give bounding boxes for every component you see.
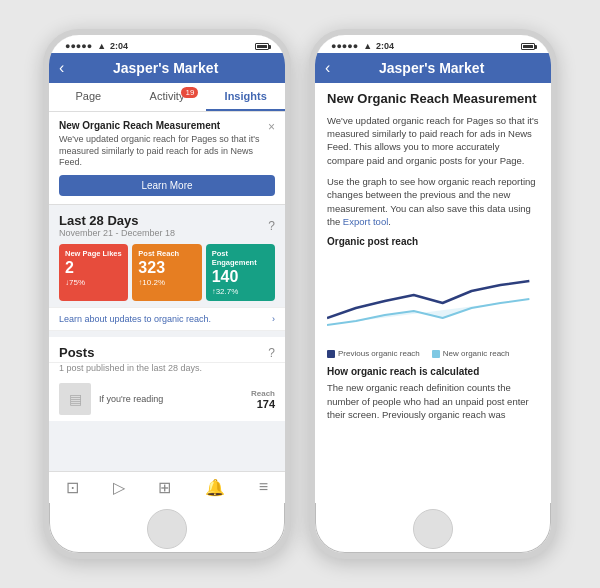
last28-help-icon[interactable]: ?: [268, 219, 275, 233]
stat-value-engagement: 140: [212, 269, 269, 285]
learn-more-button[interactable]: Learn More: [59, 175, 275, 196]
post-thumbnail: ▤: [59, 383, 91, 415]
tabs-row: Page Activity 19 Insights: [49, 83, 285, 112]
posts-section: Posts ? 1 post published in the last 28 …: [49, 337, 285, 421]
right-status-right: [521, 43, 535, 50]
stat-label-engagement: Post Engagement: [212, 249, 269, 267]
detail-title: New Organic Reach Measurement: [327, 91, 539, 108]
posts-title: Posts: [59, 345, 94, 360]
left-status-left: ●●●●● ▲ 2:04: [65, 41, 128, 51]
legend-dot-dark: [327, 350, 335, 358]
right-wifi-icon: ▲: [363, 41, 372, 51]
stat-card-reach: Post Reach 323 ↑10.2%: [132, 244, 201, 301]
left-phone-content: New Organic Reach Measurement We've upda…: [49, 112, 285, 471]
detail-para2: Use the graph to see how organic reach r…: [327, 175, 539, 228]
close-icon[interactable]: ×: [268, 120, 275, 134]
stat-change-likes: ↓75%: [65, 278, 122, 287]
nav-icon-grid[interactable]: ⊞: [158, 478, 171, 497]
nav-icon-menu[interactable]: ≡: [259, 478, 268, 497]
right-phone: ●●●●● ▲ 2:04 ‹ Jasper's Market New Organ…: [309, 29, 557, 559]
export-link[interactable]: Export tool: [343, 216, 388, 227]
stat-change-reach: ↑10.2%: [138, 278, 195, 287]
stat-card-likes: New Page Likes 2 ↓75%: [59, 244, 128, 301]
stat-label-reach: Post Reach: [138, 249, 195, 258]
legend-label-previous: Previous organic reach: [338, 349, 420, 358]
nav-icon-bell[interactable]: 🔔: [205, 478, 225, 497]
battery-fill: [257, 45, 267, 48]
stat-value-reach: 323: [138, 260, 195, 276]
legend-previous: Previous organic reach: [327, 349, 420, 358]
left-nav-header: ‹ Jasper's Market: [49, 53, 285, 83]
chevron-right-icon: ›: [272, 314, 275, 324]
how-text: The new organic reach definition counts …: [327, 381, 539, 421]
status-time: 2:04: [110, 41, 128, 51]
battery-icon: [255, 43, 269, 50]
legend-label-new: New organic reach: [443, 349, 510, 358]
activity-badge: 19: [181, 87, 198, 98]
last28-header: Last 28 Days November 21 - December 18 ?: [49, 205, 285, 240]
posts-subtitle: 1 post published in the last 28 days.: [49, 363, 285, 377]
left-phone: ●●●●● ▲ 2:04 ‹ Jasper's Market Page Acti…: [43, 29, 291, 559]
post-reach: Reach 174: [251, 389, 275, 410]
left-back-button[interactable]: ‹: [59, 59, 64, 77]
home-button[interactable]: [147, 509, 187, 549]
right-status-left: ●●●●● ▲ 2:04: [331, 41, 394, 51]
left-status-bar: ●●●●● ▲ 2:04: [49, 35, 285, 53]
right-status-time: 2:04: [376, 41, 394, 51]
phones-container: ●●●●● ▲ 2:04 ‹ Jasper's Market Page Acti…: [23, 9, 577, 579]
left-status-right: [255, 43, 269, 50]
nav-icon-gallery[interactable]: ⊡: [66, 478, 79, 497]
legend-dot-light: [432, 350, 440, 358]
post-row: ▤ If you're reading Reach 174: [49, 377, 285, 421]
notification-text: We've updated organic reach for Pages so…: [59, 134, 275, 169]
how-title: How organic reach is calculated: [327, 366, 539, 377]
post-info: If you're reading: [99, 394, 243, 404]
chart-label: Organic post reach: [327, 236, 539, 247]
posts-help-icon[interactable]: ?: [268, 346, 275, 360]
wifi-icon: ▲: [97, 41, 106, 51]
chart-area: [327, 253, 539, 343]
tab-page[interactable]: Page: [49, 83, 128, 111]
stats-row: New Page Likes 2 ↓75% Post Reach 323 ↑10…: [49, 240, 285, 307]
chart-legend: Previous organic reach New organic reach: [327, 349, 539, 358]
last28-date: November 21 - December 18: [59, 228, 175, 238]
tab-activity[interactable]: Activity 19: [128, 83, 207, 111]
detail-para1: We've updated organic reach for Pages so…: [327, 114, 539, 167]
organic-reach-link[interactable]: Learn about updates to organic reach. ›: [49, 307, 285, 331]
detail-content: New Organic Reach Measurement We've upda…: [315, 83, 551, 503]
notification-banner: New Organic Reach Measurement We've upda…: [49, 112, 285, 205]
stat-card-engagement: Post Engagement 140 ↑32.7%: [206, 244, 275, 301]
signal-dots: ●●●●●: [65, 41, 92, 51]
stat-label-likes: New Page Likes: [65, 249, 122, 258]
bottom-nav: ⊡ ▷ ⊞ 🔔 ≡: [49, 471, 285, 503]
right-status-bar: ●●●●● ▲ 2:04: [315, 35, 551, 53]
tab-insights[interactable]: Insights: [206, 83, 285, 111]
posts-header: Posts ?: [49, 337, 285, 363]
stat-change-engagement: ↑32.7%: [212, 287, 269, 296]
right-home-button[interactable]: [413, 509, 453, 549]
nav-icon-play[interactable]: ▷: [113, 478, 125, 497]
right-nav-title: Jasper's Market: [338, 60, 525, 76]
right-battery-fill: [523, 45, 533, 48]
right-signal-dots: ●●●●●: [331, 41, 358, 51]
legend-new: New organic reach: [432, 349, 510, 358]
notification-title: New Organic Reach Measurement: [59, 120, 275, 131]
right-back-button[interactable]: ‹: [325, 59, 330, 77]
left-nav-title: Jasper's Market: [72, 60, 259, 76]
stat-value-likes: 2: [65, 260, 122, 276]
last28-title: Last 28 Days: [59, 213, 175, 228]
right-battery-icon: [521, 43, 535, 50]
right-nav-header: ‹ Jasper's Market: [315, 53, 551, 83]
